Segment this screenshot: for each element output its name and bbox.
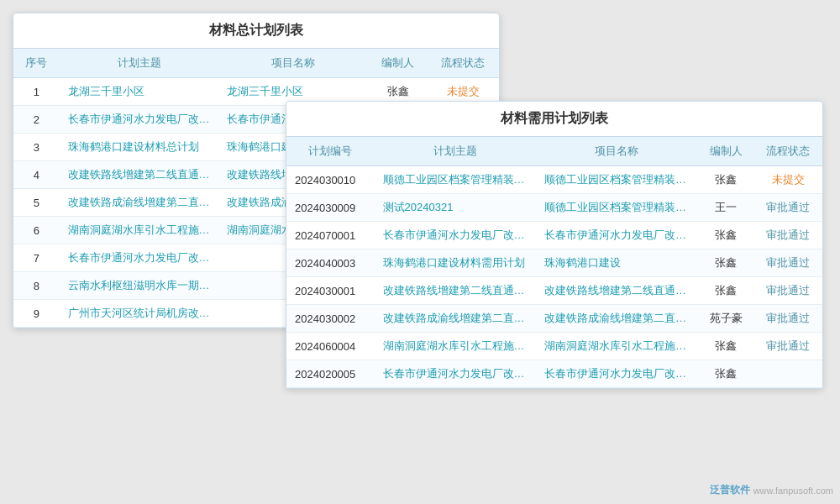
- cell-status: 审批通过: [753, 277, 822, 305]
- cell-plan[interactable]: 改建铁路线增建第二线直通线（成都...: [375, 277, 537, 305]
- cell-status: 审批通过: [753, 333, 822, 360]
- table-row: 2024030010 顺德工业园区档案管理精装饰工程（... 顺德工业园区档案管…: [286, 166, 822, 194]
- cell-editor: 张鑫: [698, 277, 754, 305]
- table-row: 2024030009 测试20240321 顺德工业园区档案管理精装饰工程（..…: [286, 194, 822, 222]
- cell-project[interactable]: 改建铁路线增建第二线直通线（成都...: [536, 277, 698, 305]
- table1-title: 材料总计划列表: [13, 13, 499, 49]
- cell-plan[interactable]: 顺德工业园区档案管理精装饰工程（...: [375, 166, 537, 194]
- table2-title: 材料需用计划列表: [286, 102, 822, 137]
- cell-plan[interactable]: 改建铁路成渝线增建第二直通线（成...: [375, 305, 537, 333]
- watermark: 泛普软件 www.fanpusoft.com: [710, 483, 833, 497]
- cell-id: 2: [13, 106, 60, 134]
- cell-id: 5: [13, 189, 60, 217]
- cell-id: 6: [13, 217, 60, 244]
- table1-col-project: 项目名称: [218, 49, 368, 78]
- cell-code: 2024020005: [286, 360, 375, 388]
- cell-plan[interactable]: 长春市伊通河水力发电厂改建工程合...: [375, 222, 537, 249]
- table2-col-status: 流程状态: [753, 137, 822, 166]
- cell-plan[interactable]: 珠海鹤港口建设材料需用计划: [375, 249, 537, 277]
- cell-plan[interactable]: 长春市伊通河水力发电厂改建工程材...: [375, 360, 537, 388]
- cell-code: 2024030001: [286, 277, 375, 305]
- table-row: 2024020005 长春市伊通河水力发电厂改建工程材... 长春市伊通河水力发…: [286, 360, 822, 388]
- cell-project[interactable]: 顺德工业园区档案管理精装饰工程（...: [536, 194, 698, 222]
- table2-col-editor: 编制人: [698, 137, 754, 166]
- cell-plan[interactable]: 改建铁路成渝线增建第二直通线（成渝枢纽...: [60, 189, 219, 217]
- cell-editor: 张鑫: [698, 166, 754, 194]
- table-row: 2024030002 改建铁路成渝线增建第二直通线（成... 改建铁路成渝线增建…: [286, 305, 822, 333]
- cell-status: [753, 360, 822, 388]
- cell-status: 审批通过: [753, 194, 822, 222]
- table1-col-id: 序号: [13, 49, 60, 78]
- cell-plan[interactable]: 长春市伊通河水力发电厂改建工程材料总计划: [60, 244, 219, 272]
- cell-id: 1: [13, 78, 60, 106]
- cell-status: 审批通过: [753, 222, 822, 249]
- table-row: 2024030001 改建铁路线增建第二线直通线（成都... 改建铁路线增建第二…: [286, 277, 822, 305]
- watermark-logo: 泛普软件: [710, 483, 750, 497]
- cell-id: 7: [13, 244, 60, 272]
- cell-project[interactable]: 改建铁路成渝线增建第二直通线（成...: [536, 305, 698, 333]
- cell-project[interactable]: 长春市伊通河水力发电厂改建工程: [536, 360, 698, 388]
- cell-plan[interactable]: 龙湖三千里小区: [60, 78, 219, 106]
- cell-id: 9: [13, 300, 60, 328]
- cell-editor: 张鑫: [698, 249, 754, 277]
- cell-code: 2024070001: [286, 222, 375, 249]
- cell-plan[interactable]: 珠海鹤港口建设材料总计划: [60, 134, 219, 161]
- cell-plan[interactable]: 改建铁路线增建第二线直通线（成都-西安）...: [60, 161, 219, 189]
- cell-plan[interactable]: 湖南洞庭湖水库引水工程施工标材料总计划: [60, 217, 219, 244]
- cell-project[interactable]: 珠海鹤港口建设: [536, 249, 698, 277]
- table1-header: 序号 计划主题 项目名称 编制人 流程状态: [13, 49, 499, 78]
- table2-header: 计划编号 计划主题 项目名称 编制人 流程状态: [286, 137, 822, 166]
- cell-editor: 王一: [698, 194, 754, 222]
- cell-editor: 张鑫: [698, 333, 754, 360]
- table1-col-status: 流程状态: [428, 49, 499, 78]
- cell-code: 2024030010: [286, 166, 375, 194]
- cell-status: 未提交: [753, 166, 822, 194]
- cell-plan[interactable]: 测试20240321: [375, 194, 537, 222]
- cell-plan[interactable]: 云南水利枢纽滋明水库一期工程施工标材料...: [60, 272, 219, 300]
- cell-editor: 张鑫: [698, 360, 754, 388]
- cell-code: 2024030002: [286, 305, 375, 333]
- cell-project[interactable]: 顺德工业园区档案管理精装饰工程（...: [536, 166, 698, 194]
- cell-id: 8: [13, 272, 60, 300]
- cell-code: 2024040003: [286, 249, 375, 277]
- cell-editor: 张鑫: [698, 222, 754, 249]
- cell-id: 3: [13, 134, 60, 161]
- table2-col-plan: 计划主题: [375, 137, 537, 166]
- table2: 计划编号 计划主题 项目名称 编制人 流程状态 2024030010 顺德工业园…: [286, 137, 822, 388]
- cell-id: 4: [13, 161, 60, 189]
- cell-status: 审批通过: [753, 305, 822, 333]
- cell-project[interactable]: 长春市伊通河水力发电厂改建工程: [536, 222, 698, 249]
- watermark-url: www.fanpusoft.com: [753, 486, 833, 496]
- cell-project[interactable]: 湖南洞庭湖水库引水工程施工标: [536, 333, 698, 360]
- cell-code: 2024060004: [286, 333, 375, 360]
- cell-editor: 苑子豪: [698, 305, 754, 333]
- table1-col-editor: 编制人: [369, 49, 428, 78]
- table-row: 2024040003 珠海鹤港口建设材料需用计划 珠海鹤港口建设 张鑫 审批通过: [286, 249, 822, 277]
- cell-code: 2024030009: [286, 194, 375, 222]
- table2-col-code: 计划编号: [286, 137, 375, 166]
- table1-col-plan: 计划主题: [60, 49, 219, 78]
- table2-container: 材料需用计划列表 计划编号 计划主题 项目名称 编制人 流程状态 2024030…: [286, 101, 823, 389]
- cell-plan[interactable]: 广州市天河区统计局机房改造项目材料总计划: [60, 300, 219, 328]
- table2-col-project: 项目名称: [536, 137, 698, 166]
- cell-plan[interactable]: 湖南洞庭湖水库引水工程施工标材料...: [375, 333, 537, 360]
- table-row: 2024070001 长春市伊通河水力发电厂改建工程合... 长春市伊通河水力发…: [286, 222, 822, 249]
- cell-status: 审批通过: [753, 249, 822, 277]
- cell-plan[interactable]: 长春市伊通河水力发电厂改建工程合同材料...: [60, 106, 219, 134]
- table-row: 2024060004 湖南洞庭湖水库引水工程施工标材料... 湖南洞庭湖水库引水…: [286, 333, 822, 360]
